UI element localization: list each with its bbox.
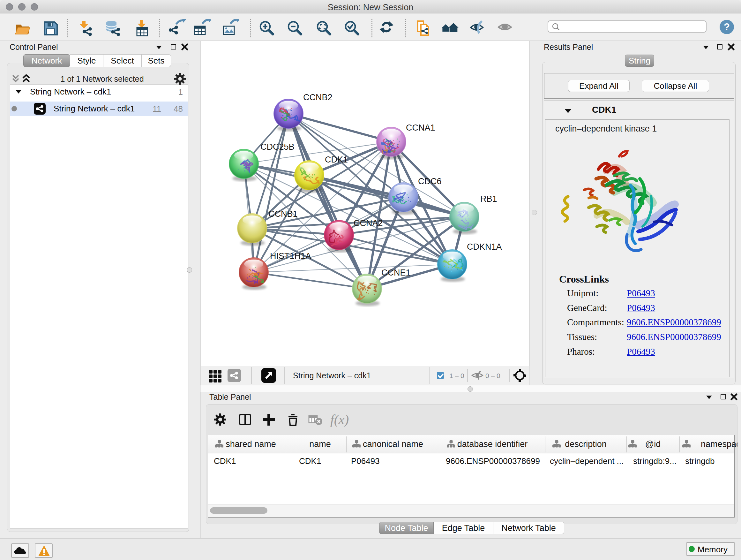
svg-text:CDC6: CDC6: [418, 177, 442, 186]
svg-text:CCNB1: CCNB1: [268, 209, 298, 219]
svg-text:CCNB2: CCNB2: [303, 92, 333, 102]
svg-text:CDKN1A: CDKN1A: [467, 242, 502, 252]
svg-text:HIST1H1A: HIST1H1A: [270, 251, 311, 261]
svg-text:CCNE1: CCNE1: [381, 268, 411, 277]
svg-text:RB1: RB1: [480, 194, 497, 204]
svg-text:CCNA1: CCNA1: [406, 123, 435, 132]
svg-text:CDC25B: CDC25B: [260, 142, 294, 152]
svg-text:CCNA2: CCNA2: [354, 219, 383, 228]
svg-text:CDK1: CDK1: [325, 155, 348, 165]
